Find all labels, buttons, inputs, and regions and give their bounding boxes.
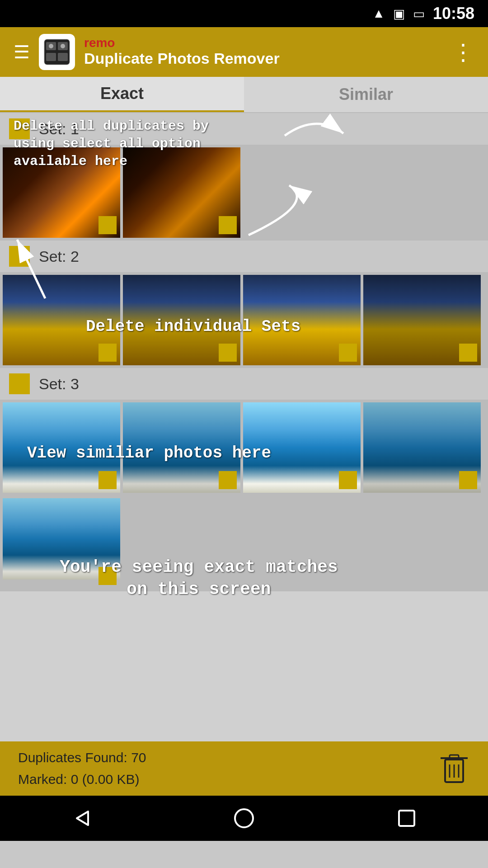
svg-rect-16	[399, 811, 414, 826]
svg-point-15	[235, 809, 253, 827]
set-1-checkbox[interactable]	[9, 118, 30, 139]
photo-item	[123, 402, 240, 493]
photo-select-btn[interactable]	[459, 344, 477, 362]
photo-select-btn[interactable]	[219, 471, 237, 489]
set-3-photos	[0, 400, 488, 495]
app-title: Duplicate Photos Remover	[84, 49, 280, 68]
set-1-header: Set: 1	[0, 113, 488, 145]
set-3-block: Set: 3	[0, 368, 488, 591]
photo-item	[243, 402, 361, 493]
signal-icon: ▣	[393, 6, 405, 21]
set-3-checkbox[interactable]	[9, 373, 30, 394]
set-3-label: Set: 3	[39, 375, 79, 393]
photo-item	[363, 275, 481, 365]
photo-select-btn[interactable]	[99, 216, 117, 234]
tabs-container: Exact Similar	[0, 77, 488, 113]
tab-similar[interactable]: Similar	[244, 77, 488, 112]
set-1-label: Set: 1	[39, 120, 79, 138]
duplicates-found-text: Duplicates Found: 70	[18, 747, 146, 769]
svg-point-6	[61, 44, 65, 48]
status-bar: ▲ ▣ ▭ 10:58	[0, 0, 488, 27]
photo-select-btn[interactable]	[99, 471, 117, 489]
photo-item	[243, 275, 361, 365]
photo-select-btn[interactable]	[219, 216, 237, 234]
photo-select-btn[interactable]	[339, 344, 357, 362]
photo-item	[123, 275, 240, 365]
home-nav-button[interactable]	[226, 800, 262, 836]
set-2-header: Set: 2	[0, 241, 488, 272]
battery-icon: ▭	[413, 6, 425, 21]
recent-nav-button[interactable]	[389, 800, 425, 836]
photo-select-btn[interactable]	[339, 471, 357, 489]
tab-exact[interactable]: Exact	[0, 77, 244, 112]
back-nav-button[interactable]	[63, 800, 99, 836]
status-time: 10:58	[433, 4, 474, 23]
svg-point-5	[49, 44, 53, 48]
svg-rect-4	[58, 53, 68, 61]
more-icon[interactable]: ⋮	[452, 39, 474, 65]
set-2-label: Set: 2	[39, 248, 79, 265]
photo-select-btn[interactable]	[99, 567, 117, 585]
photo-item	[363, 402, 481, 493]
status-text-container: Duplicates Found: 70 Marked: 0 (0.00 KB)	[18, 747, 146, 790]
content-area: Set: 1 Set: 2	[0, 113, 488, 741]
bottom-nav	[0, 796, 488, 841]
photo-item	[3, 275, 120, 365]
photo-item	[3, 147, 120, 238]
set-3-photos-row2	[0, 495, 488, 591]
photo-select-btn[interactable]	[459, 471, 477, 489]
photo-item	[3, 498, 120, 589]
photo-select-btn[interactable]	[99, 344, 117, 362]
photo-select-btn[interactable]	[219, 344, 237, 362]
svg-rect-10	[450, 755, 459, 759]
photo-item	[123, 147, 240, 238]
app-logo	[39, 34, 75, 70]
marked-text: Marked: 0 (0.00 KB)	[18, 769, 146, 790]
set-1-block: Set: 1	[0, 113, 488, 241]
bottom-status-bar: Duplicates Found: 70 Marked: 0 (0.00 KB)	[0, 741, 488, 796]
set-3-header: Set: 3	[0, 368, 488, 400]
set-1-photos	[0, 145, 488, 241]
svg-marker-14	[77, 811, 88, 825]
set-2-checkbox[interactable]	[9, 246, 30, 267]
svg-rect-3	[46, 53, 56, 61]
photo-item	[3, 402, 120, 493]
hamburger-icon[interactable]: ☰	[14, 42, 30, 62]
delete-button[interactable]	[438, 753, 470, 784]
app-name-prefix: remo	[84, 37, 280, 49]
set-2-photos	[0, 272, 488, 368]
wifi-icon: ▲	[372, 6, 385, 21]
set-2-block: Set: 2	[0, 241, 488, 368]
nav-bar: ☰ remo Duplicate Photos Remover ⋮	[0, 27, 488, 77]
